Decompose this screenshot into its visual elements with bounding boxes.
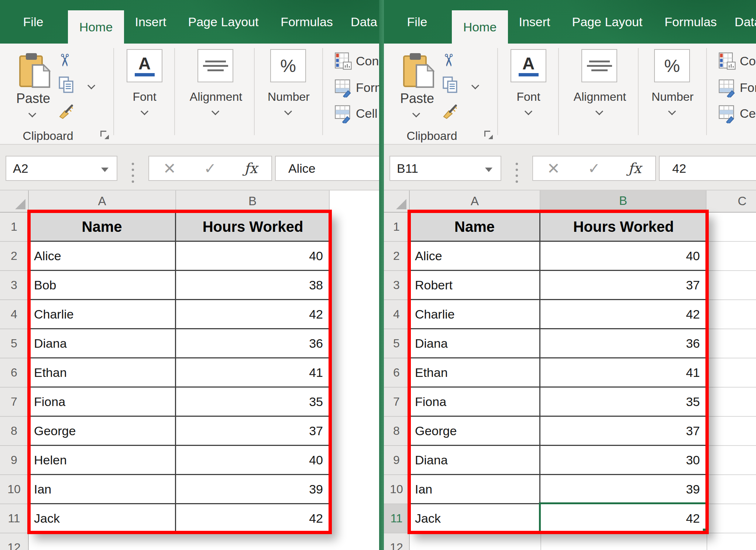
clipboard-dialog-launcher-icon[interactable] [100, 131, 109, 139]
gridline-horizontal [709, 387, 756, 388]
number-button[interactable]: % [270, 49, 306, 82]
paste-dropdown-chevron[interactable] [412, 110, 420, 117]
number-button[interactable]: % [654, 49, 690, 82]
select-all-corner[interactable] [0, 190, 29, 213]
insert-function-icon[interactable]: ƒx [628, 160, 642, 176]
row-header-2[interactable]: 2 [0, 242, 29, 271]
cell-styles-icon[interactable] [334, 104, 353, 123]
row-header-4[interactable]: 4 [0, 300, 29, 329]
column-header-A[interactable]: A [29, 190, 176, 213]
alignment-button[interactable] [197, 49, 233, 82]
copy-icon[interactable] [442, 76, 459, 94]
tab-data[interactable]: Data [345, 0, 381, 44]
copy-icon[interactable] [58, 76, 75, 94]
row-header-1[interactable]: 1 [0, 213, 29, 242]
copy-dropdown-chevron[interactable] [87, 82, 95, 89]
name-box[interactable]: B11 [389, 156, 501, 181]
tab-formulas[interactable]: Formulas [273, 0, 340, 44]
formula-bar-grip-icon[interactable] [131, 161, 134, 185]
row-header-10[interactable]: 10 [384, 475, 410, 504]
clipboard-dialog-launcher-icon[interactable] [484, 131, 492, 139]
row-header-5[interactable]: 5 [0, 329, 29, 358]
tab-page-layout[interactable]: Page Layout [181, 0, 266, 44]
column-header-B[interactable]: B [176, 190, 330, 213]
row-header-11[interactable]: 11 [384, 504, 410, 533]
paste-label[interactable]: Paste [11, 91, 55, 106]
tab-page-layout[interactable]: Page Layout [565, 0, 650, 44]
column-header-C[interactable]: C [707, 190, 756, 213]
cut-icon[interactable]: ✂ [441, 50, 456, 70]
row-header-4[interactable]: 4 [384, 300, 410, 329]
column-header-B[interactable]: B [540, 190, 707, 213]
tab-data[interactable]: Data [729, 0, 756, 44]
cell-styles-label[interactable]: Cell Styles [356, 106, 381, 121]
conditional-formatting-label[interactable]: Conditional Formatting [356, 54, 381, 68]
enter-icon[interactable]: ✓ [204, 160, 217, 177]
row-header-9[interactable]: 9 [0, 446, 29, 475]
paste-dropdown-chevron[interactable] [28, 110, 36, 117]
format-as-table-label[interactable]: Format as Table [356, 80, 381, 95]
row-header-8[interactable]: 8 [0, 417, 29, 446]
row-header-12[interactable]: 12 [384, 533, 410, 550]
row-header-6[interactable]: 6 [0, 358, 29, 388]
tab-insert[interactable]: Insert [512, 0, 557, 44]
row-header-7[interactable]: 7 [0, 388, 29, 417]
row-header-1[interactable]: 1 [384, 213, 410, 242]
format-as-table-label[interactable]: Format as Table [740, 80, 756, 95]
tab-home[interactable]: Home [452, 10, 508, 44]
tab-file[interactable]: File [14, 0, 52, 44]
ribbon: Paste ✂ Clipboard [384, 44, 756, 145]
select-all-corner[interactable] [384, 190, 410, 213]
column-header-A[interactable]: A [410, 190, 540, 213]
tab-insert[interactable]: Insert [128, 0, 173, 44]
cancel-icon[interactable]: ✕ [547, 159, 560, 178]
row-header-3[interactable]: 3 [384, 271, 410, 300]
row-header-8[interactable]: 8 [384, 417, 410, 446]
row-header-9[interactable]: 9 [384, 446, 410, 475]
conditional-formatting-label[interactable]: Conditional Formatting [740, 54, 756, 68]
paste-label[interactable]: Paste [395, 91, 439, 106]
row-header-10[interactable]: 10 [0, 475, 29, 504]
alignment-chevron[interactable] [595, 107, 603, 115]
formula-bar-grip-icon[interactable] [515, 161, 518, 185]
conditional-formatting-icon[interactable] [334, 52, 353, 71]
row-header-12[interactable]: 12 [0, 533, 29, 550]
row-header-2[interactable]: 2 [384, 242, 410, 271]
name-box-dropdown-icon[interactable] [485, 168, 492, 172]
formula-bar-input[interactable]: 42 [659, 156, 756, 181]
tab-formulas[interactable]: Formulas [657, 0, 724, 44]
paste-icon[interactable] [402, 52, 436, 89]
font-chevron[interactable] [141, 107, 148, 115]
name-box-dropdown-icon[interactable] [101, 168, 109, 172]
row-header-6[interactable]: 6 [384, 358, 410, 388]
font-chevron[interactable] [525, 107, 532, 115]
ribbon: Paste ✂ Clipboard [0, 44, 381, 145]
row-header-7[interactable]: 7 [384, 388, 410, 417]
format-as-table-icon[interactable] [718, 78, 737, 97]
copy-dropdown-chevron[interactable] [471, 82, 479, 89]
format-painter-icon[interactable] [441, 103, 458, 119]
cell-styles-label[interactable]: Cell Styles [740, 106, 756, 121]
format-as-table-icon[interactable] [334, 78, 353, 97]
row-header-11[interactable]: 11 [0, 504, 29, 533]
cut-icon[interactable]: ✂ [58, 50, 72, 70]
tab-file[interactable]: File [398, 0, 436, 44]
row-header-3[interactable]: 3 [0, 271, 29, 300]
number-chevron[interactable] [284, 107, 292, 115]
cancel-icon[interactable]: ✕ [163, 159, 176, 178]
alignment-chevron[interactable] [212, 107, 219, 115]
row-header-5[interactable]: 5 [384, 329, 410, 358]
paste-icon[interactable] [18, 52, 52, 89]
insert-function-icon[interactable]: ƒx [244, 160, 258, 176]
alignment-button[interactable] [581, 49, 617, 82]
tab-home[interactable]: Home [68, 10, 124, 44]
enter-icon[interactable]: ✓ [588, 160, 601, 177]
format-painter-icon[interactable] [58, 103, 75, 119]
font-button[interactable]: A [127, 49, 162, 82]
formula-bar-input[interactable]: Alice [275, 156, 381, 181]
number-chevron[interactable] [668, 107, 676, 115]
font-button[interactable]: A [511, 49, 546, 82]
cell-styles-icon[interactable] [718, 104, 737, 123]
conditional-formatting-icon[interactable] [718, 52, 737, 71]
name-box[interactable]: A2 [6, 156, 117, 181]
